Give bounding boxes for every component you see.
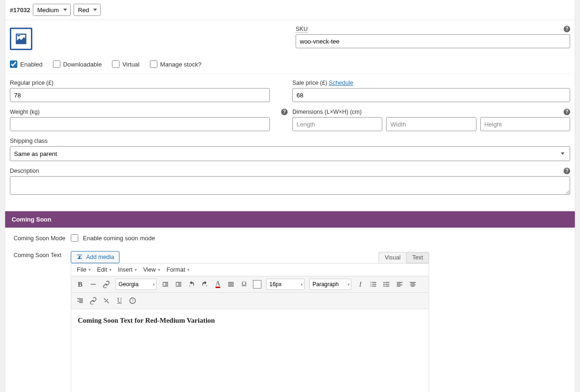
bold-button[interactable]: B — [74, 278, 86, 290]
coming-soon-mode-checkbox[interactable] — [71, 234, 78, 242]
image-icon — [14, 32, 28, 46]
editor-toolbar-1: B Georgia A Ω 16px Paragraph I — [71, 276, 429, 293]
editor-text: Coming Soon Text for Red-Medium Variatio… — [78, 317, 422, 325]
coming-soon-section-header: Coming Soon — [5, 211, 575, 228]
background-color-swatch[interactable] — [253, 280, 261, 288]
link-button[interactable] — [100, 278, 112, 290]
downloadable-checkbox[interactable] — [53, 60, 60, 68]
dimensions-label: Dimensions (L×W×H) (cm) — [292, 109, 362, 115]
indent-button[interactable] — [172, 278, 185, 290]
help-icon[interactable]: ? — [564, 168, 570, 174]
align-right-button[interactable] — [74, 295, 86, 307]
color-select[interactable]: Red — [74, 4, 101, 16]
shipping-class-select[interactable]: Same as parent — [10, 146, 570, 161]
italic-button[interactable]: I — [354, 278, 366, 290]
add-media-button[interactable]: Add media — [71, 251, 119, 263]
manage-stock-option[interactable]: Manage stock? — [150, 60, 201, 68]
media-icon — [76, 253, 83, 261]
length-input[interactable] — [292, 117, 382, 131]
menu-view[interactable]: View▼ — [141, 265, 163, 274]
width-input[interactable] — [386, 117, 476, 131]
align-left-button[interactable] — [394, 278, 406, 290]
variation-id: #17032 — [10, 7, 30, 14]
coming-soon-mode-text: Enable coming soon mode — [83, 235, 155, 242]
downloadable-option[interactable]: Downloadable — [53, 60, 102, 68]
tab-visual[interactable]: Visual — [379, 252, 406, 263]
description-label: Description — [10, 168, 39, 174]
bullet-list-button[interactable] — [380, 278, 393, 290]
variation-header: #17032 Medium Red — [5, 0, 575, 20]
editor-toolbar-2: U ? — [71, 293, 429, 309]
manage-stock-checkbox[interactable] — [150, 60, 157, 68]
link-button-2[interactable] — [87, 295, 99, 307]
weight-label: Weight (kg) — [10, 109, 40, 115]
editor-content[interactable]: Coming Soon Text for Red-Medium Variatio… — [71, 309, 429, 392]
underline-button[interactable]: U — [113, 295, 126, 307]
redo-button[interactable] — [199, 278, 211, 290]
help-button[interactable]: ? — [126, 295, 139, 307]
numbered-list-button[interactable] — [367, 278, 379, 290]
virtual-checkbox[interactable] — [112, 60, 119, 68]
font-size-select[interactable]: 16px — [266, 279, 305, 290]
align-justify-button[interactable] — [225, 278, 237, 290]
schedule-link[interactable]: Schedule — [329, 80, 353, 86]
font-family-select[interactable]: Georgia — [115, 279, 156, 290]
help-icon[interactable]: ? — [564, 26, 570, 32]
tab-text[interactable]: Text — [406, 252, 429, 263]
sale-price-input[interactable] — [292, 88, 570, 102]
block-format-select[interactable]: Paragraph — [309, 279, 351, 290]
text-color-button[interactable]: A — [212, 278, 224, 290]
svg-text:?: ? — [132, 299, 134, 303]
hr-button[interactable] — [87, 278, 99, 290]
regular-price-label: Regular price (£) — [10, 80, 288, 86]
description-textarea[interactable] — [10, 176, 570, 195]
enabled-checkbox[interactable] — [10, 60, 17, 68]
enabled-option[interactable]: Enabled — [10, 60, 43, 68]
size-select[interactable]: Medium — [33, 4, 71, 16]
unlink-button[interactable] — [100, 295, 112, 307]
variation-options: Enabled Downloadable Virtual Manage stoc… — [10, 56, 570, 74]
regular-price-input[interactable] — [10, 88, 270, 102]
rich-text-editor: File▼ Edit▼ Insert▼ View▼ Format▼ B Geor… — [71, 263, 429, 392]
sale-price-label: Sale price (£) Schedule — [292, 80, 570, 86]
help-icon[interactable]: ? — [281, 109, 288, 115]
menu-file[interactable]: File▼ — [75, 265, 93, 274]
weight-input[interactable] — [10, 117, 270, 131]
svg-rect-0 — [91, 284, 96, 284]
menu-format[interactable]: Format▼ — [165, 265, 193, 274]
shipping-class-label: Shipping class — [10, 138, 570, 144]
virtual-option[interactable]: Virtual — [112, 60, 140, 68]
menu-edit[interactable]: Edit▼ — [95, 265, 114, 274]
variation-image-upload[interactable] — [10, 28, 32, 50]
help-icon[interactable]: ? — [564, 109, 570, 115]
undo-button[interactable] — [186, 278, 198, 290]
special-char-button[interactable]: Ω — [238, 278, 250, 290]
outdent-button[interactable] — [159, 278, 171, 290]
height-input[interactable] — [480, 117, 570, 131]
coming-soon-mode-label: Coming Soon Mode — [14, 234, 71, 242]
sku-label: SKU — [296, 26, 308, 32]
editor-menubar: File▼ Edit▼ Insert▼ View▼ Format▼ — [71, 264, 429, 276]
align-center-button[interactable] — [407, 278, 419, 290]
editor-tabs: Visual Text — [379, 252, 429, 263]
menu-insert[interactable]: Insert▼ — [116, 265, 140, 274]
sku-input[interactable] — [296, 34, 570, 48]
coming-soon-text-label: Coming Soon Text — [14, 251, 71, 259]
